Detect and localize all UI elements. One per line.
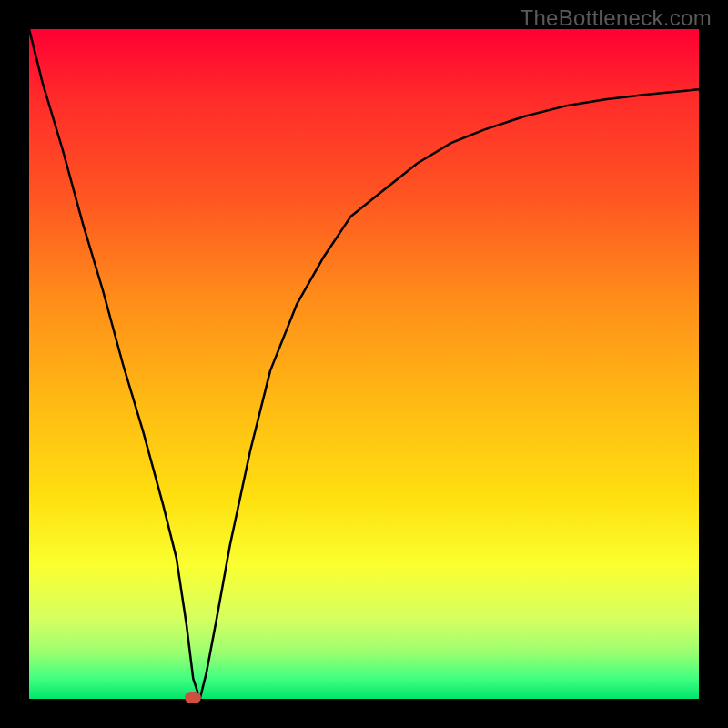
bottleneck-curve: [29, 29, 699, 699]
chart-frame: TheBottleneck.com: [0, 0, 728, 728]
curve-svg: [29, 29, 699, 699]
watermark-text: TheBottleneck.com: [520, 5, 712, 31]
optimum-marker: [185, 692, 201, 703]
plot-area: [29, 29, 699, 699]
